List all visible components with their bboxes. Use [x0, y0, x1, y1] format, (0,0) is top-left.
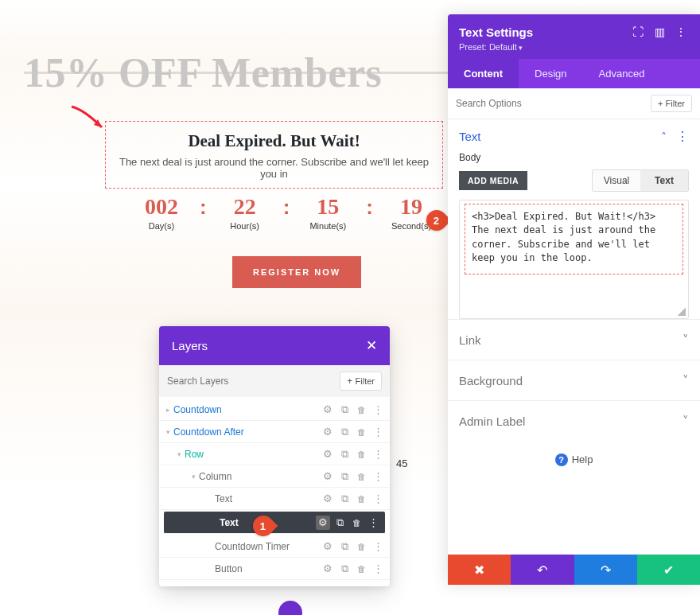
settings-filter-button[interactable]: + Filter — [651, 95, 692, 112]
discard-button[interactable]: ✖ — [448, 555, 511, 585]
layers-search-row: + Filter — [159, 365, 390, 397]
trash-icon[interactable]: 🗑 — [354, 469, 368, 484]
add-media-button[interactable]: ADD MEDIA — [459, 171, 527, 190]
layer-row-7[interactable]: Button⚙⧉🗑⋮ — [159, 558, 390, 580]
section-link-label: Link — [459, 333, 481, 347]
layers-panel: Layers ✕ + Filter ▸Countdown⚙⧉🗑⋮▾Countdo… — [159, 326, 390, 586]
section-background[interactable]: Background ˅ — [448, 360, 700, 400]
trash-icon[interactable]: 🗑 — [354, 492, 368, 506]
redo-button[interactable]: ↷ — [574, 555, 637, 585]
dup-icon[interactable]: ⧉ — [337, 539, 352, 554]
kebab-icon[interactable]: ⋮ — [371, 492, 385, 506]
layers-filter-button[interactable]: + Filter — [340, 372, 382, 391]
section-link[interactable]: Link ˅ — [448, 319, 700, 360]
countdown-hours: 22 Hour(s) — [213, 194, 277, 231]
layer-label[interactable]: Countdown Timer — [215, 541, 321, 552]
gear-icon[interactable]: ⚙ — [321, 562, 335, 576]
kebab-icon[interactable]: ⋮ — [366, 516, 380, 530]
editor-mode-tabs: Visual Text — [592, 169, 689, 192]
settings-title: Text Settings — [459, 25, 533, 39]
trash-icon[interactable]: 🗑 — [354, 562, 368, 576]
editor-content[interactable]: <h3>Deal Expired. But Wait!</h3> The nex… — [465, 204, 683, 274]
chevron-down-icon: ˅ — [682, 373, 689, 387]
countdown-minutes-label: Minute(s) — [296, 221, 360, 231]
trash-icon[interactable]: 🗑 — [354, 403, 368, 417]
layer-row-1[interactable]: ▾Countdown After⚙⧉🗑⋮ — [159, 421, 390, 443]
section-admin-label[interactable]: Admin Label ˅ — [448, 400, 700, 441]
layer-label[interactable]: Row — [185, 449, 321, 460]
kebab-icon[interactable]: ⋮ — [371, 425, 385, 439]
decorative-dot — [278, 601, 302, 615]
preset-dropdown[interactable]: Preset: Default — [459, 42, 689, 52]
dup-icon[interactable]: ⧉ — [337, 425, 352, 439]
layer-label[interactable]: Text — [215, 493, 321, 504]
trash-icon[interactable]: 🗑 — [349, 516, 364, 530]
layers-header: Layers ✕ — [159, 326, 390, 365]
text-editor[interactable]: <h3>Deal Expired. But Wait!</h3> The nex… — [459, 200, 689, 319]
save-button[interactable]: ✔ — [637, 555, 700, 585]
countdown-timer: 002 Day(s) : 22 Hour(s) : 15 Minute(s) :… — [127, 194, 445, 231]
layers-title: Layers — [172, 339, 208, 352]
layer-row-0[interactable]: ▸Countdown⚙⧉🗑⋮ — [159, 399, 390, 421]
kebab-icon[interactable]: ⋮ — [371, 469, 385, 484]
text-section-title: Text — [459, 130, 481, 143]
layer-label[interactable]: Button — [215, 563, 321, 574]
settings-footer: ✖ ↶ ↷ ✔ — [448, 555, 700, 585]
trash-icon[interactable]: 🗑 — [354, 447, 368, 461]
layer-row-4[interactable]: Text⚙⧉🗑⋮ — [159, 488, 390, 510]
close-icon[interactable]: ✕ — [366, 337, 377, 354]
dup-icon[interactable]: ⧉ — [337, 562, 352, 576]
layer-label[interactable]: Column — [199, 471, 321, 482]
layer-toggle-icon[interactable]: ▾ — [188, 473, 199, 481]
tab-design[interactable]: Design — [519, 59, 582, 88]
layer-toggle-icon[interactable]: ▸ — [162, 406, 173, 414]
help-link[interactable]: ?Help — [448, 441, 700, 479]
dup-icon[interactable]: ⧉ — [337, 447, 352, 461]
gear-icon[interactable]: ⚙ — [321, 425, 335, 439]
layer-toggle-icon[interactable]: ▾ — [162, 428, 173, 436]
kebab-icon[interactable]: ⋮ — [371, 562, 385, 576]
chevron-down-icon: ˅ — [682, 333, 689, 347]
chevron-up-icon[interactable]: ˄ — [661, 130, 667, 143]
countdown-separator: : — [360, 194, 379, 220]
dup-icon[interactable]: ⧉ — [337, 492, 352, 506]
section-background-label: Background — [459, 374, 523, 387]
layers-search-input[interactable] — [167, 376, 333, 387]
countdown-separator: : — [277, 194, 297, 220]
kebab-icon[interactable]: ⋮ — [673, 24, 689, 40]
gear-icon[interactable]: ⚙ — [321, 447, 335, 461]
layer-toggle-icon[interactable]: ▾ — [173, 450, 185, 458]
text-section-header[interactable]: Text ˄ ⋮ — [448, 119, 700, 147]
register-button[interactable]: REGISTER NOW — [232, 256, 361, 288]
trash-icon[interactable]: 🗑 — [354, 539, 368, 554]
dup-icon[interactable]: ⧉ — [337, 403, 352, 417]
dup-icon[interactable]: ⧉ — [337, 469, 352, 484]
undo-button[interactable]: ↶ — [511, 555, 574, 585]
columns-icon[interactable]: ▥ — [651, 24, 667, 40]
dup-icon[interactable]: ⧉ — [332, 516, 347, 530]
trash-icon[interactable]: 🗑 — [354, 425, 368, 439]
resize-handle-icon[interactable] — [678, 308, 686, 316]
gear-icon[interactable]: ⚙ — [321, 403, 335, 417]
editor-tab-visual[interactable]: Visual — [593, 170, 640, 191]
tab-advanced[interactable]: Advanced — [583, 59, 661, 88]
section-kebab-icon[interactable]: ⋮ — [676, 130, 689, 143]
gear-icon[interactable]: ⚙ — [316, 516, 330, 530]
gear-icon[interactable]: ⚙ — [321, 492, 335, 506]
expand-icon[interactable]: ⛶ — [630, 24, 646, 40]
layer-label[interactable]: Countdown — [173, 404, 321, 415]
settings-search-input[interactable] — [456, 98, 651, 109]
gear-icon[interactable]: ⚙ — [321, 539, 335, 554]
gear-icon[interactable]: ⚙ — [321, 469, 335, 484]
help-icon: ? — [555, 453, 568, 466]
editor-tab-text[interactable]: Text — [640, 170, 688, 191]
layer-row-3[interactable]: ▾Column⚙⧉🗑⋮ — [159, 465, 390, 488]
layer-row-2[interactable]: ▾Row⚙⧉🗑⋮ — [159, 443, 390, 465]
tab-content[interactable]: Content — [448, 59, 519, 88]
layer-row-6[interactable]: Countdown Timer⚙⧉🗑⋮ — [159, 535, 390, 558]
kebab-icon[interactable]: ⋮ — [371, 447, 385, 461]
kebab-icon[interactable]: ⋮ — [371, 539, 385, 554]
layer-label[interactable]: Countdown After — [173, 426, 321, 438]
kebab-icon[interactable]: ⋮ — [371, 403, 385, 417]
countdown-minutes: 15 Minute(s) — [296, 194, 360, 231]
